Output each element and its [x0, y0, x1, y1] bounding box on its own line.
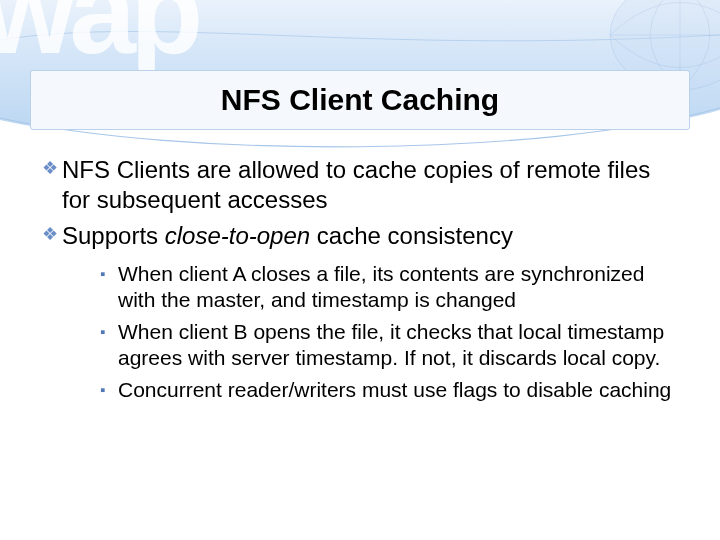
square-bullet-icon: ▪ — [100, 319, 118, 345]
bullet-level2: ▪ When client A closes a file, its conte… — [100, 261, 680, 313]
slide-title: NFS Client Caching — [221, 83, 499, 117]
bullet-level1: ❖ NFS Clients are allowed to cache copie… — [40, 155, 680, 215]
sublist: ▪ When client A closes a file, its conte… — [100, 261, 680, 403]
watermark-text: wap — [0, 0, 197, 80]
bullet-level1: ❖ Supports close-to-open cache consisten… — [40, 221, 680, 251]
content-area: ❖ NFS Clients are allowed to cache copie… — [40, 155, 680, 409]
square-bullet-icon: ▪ — [100, 377, 118, 403]
title-band: NFS Client Caching — [30, 70, 690, 130]
text-suffix: cache consistency — [310, 222, 513, 249]
bullet-text: Supports close-to-open cache consistency — [62, 221, 513, 251]
bullet-text: NFS Clients are allowed to cache copies … — [62, 155, 680, 215]
diamond-bullet-icon: ❖ — [40, 155, 60, 181]
square-bullet-icon: ▪ — [100, 261, 118, 287]
bullet-level2: ▪ When client B opens the file, it check… — [100, 319, 680, 371]
slide: wap NFS Client Caching ❖ NFS Clients are… — [0, 0, 720, 540]
diamond-bullet-icon: ❖ — [40, 221, 60, 247]
bullet-level2: ▪ Concurrent reader/writers must use fla… — [100, 377, 680, 403]
subbullet-text: When client A closes a file, its content… — [118, 261, 680, 313]
subbullet-text: Concurrent reader/writers must use flags… — [118, 377, 671, 403]
text-italic: close-to-open — [165, 222, 310, 249]
text-prefix: Supports — [62, 222, 165, 249]
subbullet-text: When client B opens the file, it checks … — [118, 319, 680, 371]
